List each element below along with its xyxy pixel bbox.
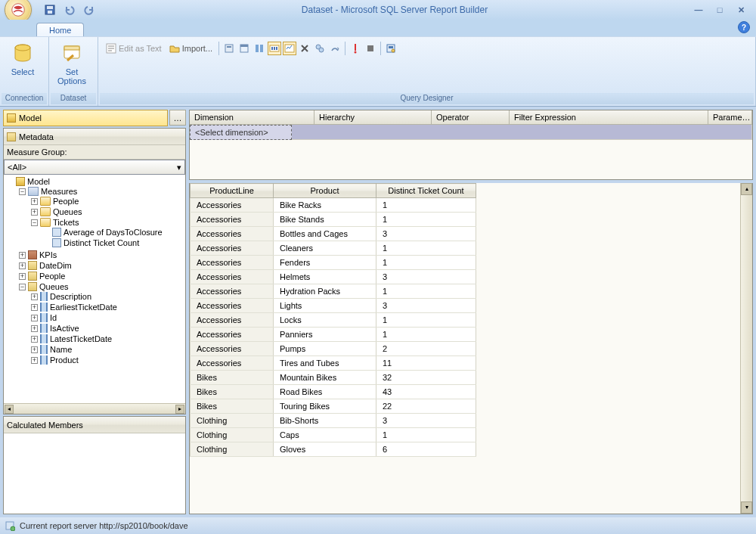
col-hierarchy[interactable]: Hierarchy — [314, 110, 432, 125]
model-label: Model — [19, 113, 42, 123]
app-logo-icon — [11, 3, 25, 17]
save-button[interactable] — [42, 2, 57, 17]
toolbar-design-mode[interactable] — [384, 42, 398, 55]
select-connection-button[interactable]: Select — [2, 39, 44, 79]
calc-members-header[interactable]: Calculated Members — [4, 417, 185, 433]
table-row[interactable]: BikesTouring Bikes22 — [191, 399, 476, 414]
result-vscroll[interactable]: ▴ ▾ — [740, 183, 752, 514]
tree-attr-isactive[interactable]: +IsActive — [31, 324, 184, 333]
svg-rect-7 — [64, 46, 79, 50]
table-row[interactable]: AccessoriesLights3 — [191, 299, 476, 313]
col-filterexp[interactable]: Filter Expression — [510, 110, 708, 125]
tree-hscroll[interactable]: ◂▸ — [4, 403, 185, 414]
table-row[interactable]: AccessoriesBike Racks1 — [191, 198, 476, 213]
select-dimension-cell[interactable]: <Select dimension> — [190, 125, 292, 140]
col-productline[interactable]: ProductLine — [191, 184, 274, 198]
dimension-icon — [28, 282, 37, 291]
tree-folder-people[interactable]: +People — [31, 197, 184, 206]
svg-rect-13 — [256, 45, 259, 52]
table-row[interactable]: AccessoriesCleaners1 — [191, 241, 476, 256]
tree-people[interactable]: +People — [19, 272, 184, 281]
close-button[interactable]: ✕ — [735, 4, 747, 16]
filter-header-row: Dimension Hierarchy Operator Filter Expr… — [190, 110, 752, 125]
undo-button[interactable] — [62, 2, 77, 17]
folder-icon — [40, 197, 51, 206]
col-dimension[interactable]: Dimension — [190, 110, 314, 125]
title-bar: Dataset - Microsoft SQL Server Report Bu… — [0, 0, 756, 20]
table-row[interactable]: AccessoriesHelmets3 — [191, 270, 476, 284]
tree-folder-queues[interactable]: +Queues — [31, 207, 184, 216]
tree-attr-id[interactable]: +Id — [31, 313, 184, 322]
toolbar-cancel[interactable] — [364, 42, 377, 55]
toolbar-btn-4[interactable] — [268, 42, 281, 55]
tree-kpis[interactable]: +KPIs — [19, 250, 184, 259]
table-row[interactable]: AccessoriesPanniers1 — [191, 328, 476, 342]
content: Model … Metadata Measure Group: <All> ▾ … — [0, 107, 756, 517]
svg-rect-18 — [276, 47, 277, 50]
minimize-button[interactable]: — — [692, 4, 705, 16]
dimension-icon — [28, 261, 37, 270]
tree-measure-distinct[interactable]: Distinct Ticket Count — [43, 238, 184, 247]
toolbar-btn-2[interactable] — [237, 42, 251, 55]
redo-button[interactable] — [82, 2, 97, 17]
ribbon: Select Connection Set Options Dataset Ed… — [0, 36, 756, 107]
filter-row[interactable]: <Select dimension> — [190, 125, 752, 140]
tree-root[interactable]: Model — [7, 177, 184, 186]
col-param[interactable]: Parame… — [708, 110, 752, 125]
toolbar-execute[interactable] — [349, 42, 362, 55]
tree-measures[interactable]: −Measures — [19, 187, 184, 196]
svg-rect-16 — [271, 47, 273, 50]
import-button[interactable]: Import... — [166, 42, 215, 55]
edit-as-text-button[interactable]: Edit as Text — [103, 42, 165, 55]
col-product[interactable]: Product — [274, 184, 376, 198]
toolbar-btn-7[interactable] — [328, 42, 342, 55]
table-row[interactable]: AccessoriesPumps2 — [191, 342, 476, 356]
help-button[interactable]: ? — [738, 21, 750, 33]
toolbar-btn-5[interactable] — [283, 42, 296, 55]
table-row[interactable]: BikesRoad Bikes43 — [191, 385, 476, 399]
table-row[interactable]: AccessoriesLocks1 — [191, 313, 476, 328]
tree-queues[interactable]: −Queues — [19, 282, 184, 291]
scroll-up-icon[interactable]: ▴ — [741, 183, 752, 195]
attribute-icon — [40, 345, 48, 354]
model-selector[interactable]: Model — [3, 110, 168, 126]
tree-attr-earliest[interactable]: +EarliestTicketDate — [31, 303, 184, 312]
table-row[interactable]: ClothingGloves6 — [191, 442, 476, 457]
svg-rect-12 — [240, 45, 248, 47]
tree-datedim[interactable]: +DateDim — [19, 261, 184, 270]
table-row[interactable]: AccessoriesTires and Tubes11 — [191, 356, 476, 371]
folder-icon — [40, 207, 51, 216]
table-row[interactable]: AccessoriesFenders1 — [191, 256, 476, 270]
maximize-button[interactable]: □ — [714, 4, 726, 16]
metadata-header[interactable]: Metadata — [4, 129, 185, 145]
measure-group-label: Measure Group: — [4, 145, 185, 160]
measure-group-select[interactable]: <All> ▾ — [4, 160, 185, 175]
table-row[interactable]: AccessoriesHydration Packs1 — [191, 284, 476, 299]
table-row[interactable]: ClothingCaps1 — [191, 428, 476, 442]
toolbar-btn-1[interactable] — [222, 42, 236, 55]
folder-icon — [40, 218, 51, 227]
toolbar-delete[interactable] — [298, 42, 311, 55]
table-row[interactable]: BikesMountain Bikes32 — [191, 371, 476, 385]
set-options-button[interactable]: Set Options — [51, 39, 93, 88]
toolbar-btn-6[interactable] — [313, 42, 327, 55]
table-row[interactable]: ClothingBib-Shorts3 — [191, 414, 476, 428]
scroll-down-icon[interactable]: ▾ — [741, 501, 752, 514]
table-row[interactable]: AccessoriesBottles and Cages3 — [191, 227, 476, 241]
tree-attr-name[interactable]: +Name — [31, 345, 184, 354]
tree-attr-product[interactable]: +Product — [31, 355, 184, 365]
metadata-panel: Metadata Measure Group: <All> ▾ Model −M… — [3, 128, 186, 414]
toolbar-btn-3[interactable] — [253, 42, 266, 55]
col-operator[interactable]: Operator — [432, 110, 510, 125]
tree-attr-latest[interactable]: +LatestTicketDate — [31, 334, 184, 343]
tree-folder-tickets[interactable]: −Tickets — [31, 218, 184, 227]
tab-home[interactable]: Home — [36, 23, 84, 36]
tree-measure-avgdays[interactable]: Average of DaysToClosure — [43, 228, 184, 237]
table-row[interactable]: AccessoriesBike Stands1 — [191, 213, 476, 227]
tree-attr-desc[interactable]: +Description — [31, 292, 184, 301]
set-options-label: Set Options — [57, 67, 86, 85]
browse-model-button[interactable]: … — [169, 110, 186, 126]
svg-rect-17 — [274, 47, 275, 50]
attribute-icon — [40, 303, 48, 312]
col-distinct[interactable]: Distinct Ticket Count — [376, 184, 476, 198]
